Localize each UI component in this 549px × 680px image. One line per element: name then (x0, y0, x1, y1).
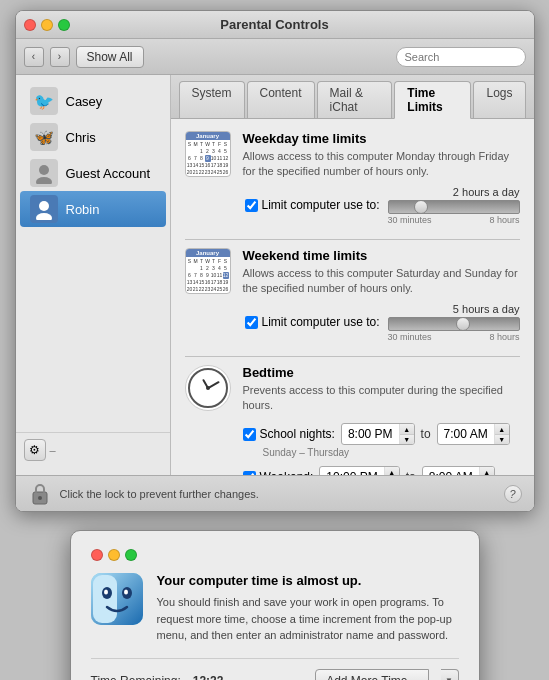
school-to-down[interactable]: ▼ (495, 435, 509, 445)
school-nights-sublabel: Sunday – Thursday (263, 447, 520, 458)
svg-point-5 (38, 496, 42, 500)
weekday-slider-ticks: 30 minutes 8 hours (388, 215, 520, 225)
weekend-from-up[interactable]: ▲ (385, 467, 399, 475)
weekend-max-label: 8 hours (489, 332, 519, 342)
lock-icon[interactable] (28, 482, 52, 506)
svg-point-2 (39, 201, 49, 211)
weekend-to-field: 8:00 AM ▲ ▼ (422, 466, 495, 475)
school-nights-checkbox-label[interactable]: School nights: (243, 427, 335, 441)
school-to-stepper[interactable]: ▲ ▼ (495, 424, 509, 444)
avatar-robin (30, 195, 58, 223)
gear-button[interactable]: ⚙ (24, 439, 46, 461)
alert-minimize[interactable] (108, 549, 120, 561)
finder-icon (91, 573, 143, 625)
remaining-value: 12:22 (193, 674, 224, 681)
traffic-lights (24, 19, 70, 31)
window-body: 🐦 Casey 🦋 Chris Guest Account (16, 75, 534, 475)
sidebar-label-chris: Chris (66, 130, 96, 145)
school-to-field: 7:00 AM ▲ ▼ (437, 423, 510, 445)
weekday-slider[interactable] (388, 200, 520, 214)
weekday-section: January SMT WTFS 1 2345 678 9101112 1314… (185, 131, 520, 225)
weekend-slider-container: 5 hours a day 30 minutes 8 hours (388, 303, 520, 342)
weekday-min-label: 30 minutes (388, 215, 432, 225)
close-button[interactable] (24, 19, 36, 31)
tab-logs[interactable]: Logs (473, 81, 525, 118)
tabs-bar: System Content Mail & iChat Time Limits … (171, 75, 534, 119)
avatar-chris: 🦋 (30, 123, 58, 151)
avatar-guest (30, 159, 58, 187)
school-from-up[interactable]: ▲ (400, 424, 414, 435)
add-time-dropdown-arrow[interactable]: ▼ (441, 669, 459, 681)
main-window: Parental Controls ‹ › Show All 🐦 Casey 🦋… (15, 10, 535, 512)
school-from-field: 8:00 PM ▲ ▼ (341, 423, 415, 445)
minimize-button[interactable] (41, 19, 53, 31)
weekend-calendar-icon: January SMT WTFS 1 2345 678 9101112 1314… (185, 248, 231, 294)
back-button[interactable]: ‹ (24, 47, 44, 67)
tab-time-limits[interactable]: Time Limits (394, 81, 471, 119)
school-from-stepper[interactable]: ▲ ▼ (400, 424, 414, 444)
add-more-time-button[interactable]: Add More Time... (315, 669, 428, 681)
sidebar-label-casey: Casey (66, 94, 103, 109)
school-to-up[interactable]: ▲ (495, 424, 509, 435)
weekend-bedtime-checkbox-label[interactable]: Weekend: (243, 470, 314, 475)
zoom-button[interactable] (58, 19, 70, 31)
svg-point-12 (124, 590, 128, 595)
alert-zoom[interactable] (125, 549, 137, 561)
weekend-text: Weekend time limits Allows access to thi… (243, 248, 520, 342)
weekend-to-value: 8:00 AM (423, 467, 480, 475)
weekend-to-stepper[interactable]: ▲ ▼ (480, 467, 494, 475)
school-to-label: to (421, 427, 431, 441)
weekend-bedtime-row: Weekend: 10:00 PM ▲ ▼ to (243, 466, 520, 475)
weekend-title: Weekend time limits (243, 248, 520, 263)
sidebar-item-chris[interactable]: 🦋 Chris (20, 119, 166, 155)
weekday-checkbox[interactable] (245, 199, 258, 212)
weekday-checkbox-label[interactable]: Limit computer use to: (245, 198, 380, 212)
sidebar-item-guest[interactable]: Guest Account (20, 155, 166, 191)
weekend-to-up[interactable]: ▲ (480, 467, 494, 475)
toolbar: ‹ › Show All (16, 39, 534, 75)
weekday-limit-label: Limit computer use to: (262, 198, 380, 212)
clock-face (188, 368, 228, 408)
sidebar-item-casey[interactable]: 🐦 Casey (20, 83, 166, 119)
school-from-down[interactable]: ▼ (400, 435, 414, 445)
alert-message: You should finish and save your work in … (157, 594, 459, 644)
remaining-label: Time Remaining: (91, 674, 181, 681)
weekend-slider[interactable] (388, 317, 520, 331)
weekend-checkbox-label[interactable]: Limit computer use to: (245, 315, 380, 329)
weekend-from-value: 10:00 PM (320, 467, 384, 475)
tab-mail[interactable]: Mail & iChat (317, 81, 393, 118)
alert-text-content: Your computer time is almost up. You sho… (157, 573, 459, 644)
weekend-section: January SMT WTFS 1 2345 678 9101112 1314… (185, 248, 520, 342)
school-from-value: 8:00 PM (342, 424, 400, 444)
sidebar-label-guest: Guest Account (66, 166, 151, 181)
weekday-slider-label: 2 hours a day (388, 186, 520, 198)
weekend-checkbox[interactable] (245, 316, 258, 329)
bedtime-desc: Prevents access to this computer during … (243, 383, 520, 414)
show-all-button[interactable]: Show All (76, 46, 144, 68)
divider-1 (185, 239, 520, 240)
svg-point-1 (36, 177, 52, 184)
alert-close[interactable] (91, 549, 103, 561)
weekday-slider-container: 2 hours a day 30 minutes 8 hours (388, 186, 520, 225)
weekend-min-label: 30 minutes (388, 332, 432, 342)
alert-footer: Time Remaining: 12:22 Add More Time... ▼ (91, 658, 459, 681)
avatar-casey: 🐦 (30, 87, 58, 115)
weekend-from-stepper[interactable]: ▲ ▼ (385, 467, 399, 475)
forward-button[interactable]: › (50, 47, 70, 67)
weekend-to-text: to (406, 470, 416, 475)
school-nights-row: School nights: 8:00 PM ▲ ▼ to (243, 423, 520, 445)
tab-content[interactable]: Content (247, 81, 315, 118)
weekend-from-field: 10:00 PM ▲ ▼ (319, 466, 399, 475)
school-nights-checkbox[interactable] (243, 428, 256, 441)
tab-system[interactable]: System (179, 81, 245, 118)
school-nights-label: School nights: (260, 427, 335, 441)
weekend-bedtime-checkbox[interactable] (243, 471, 256, 475)
sidebar-item-robin[interactable]: Robin (20, 191, 166, 227)
help-button[interactable]: ? (504, 485, 522, 503)
title-bar: Parental Controls (16, 11, 534, 39)
weekday-desc: Allows access to this computer Monday th… (243, 149, 520, 180)
svg-point-3 (36, 213, 52, 220)
window-footer: Click the lock to prevent further change… (16, 475, 534, 511)
search-input[interactable] (396, 47, 526, 67)
alert-dialog: Your computer time is almost up. You sho… (70, 530, 480, 680)
